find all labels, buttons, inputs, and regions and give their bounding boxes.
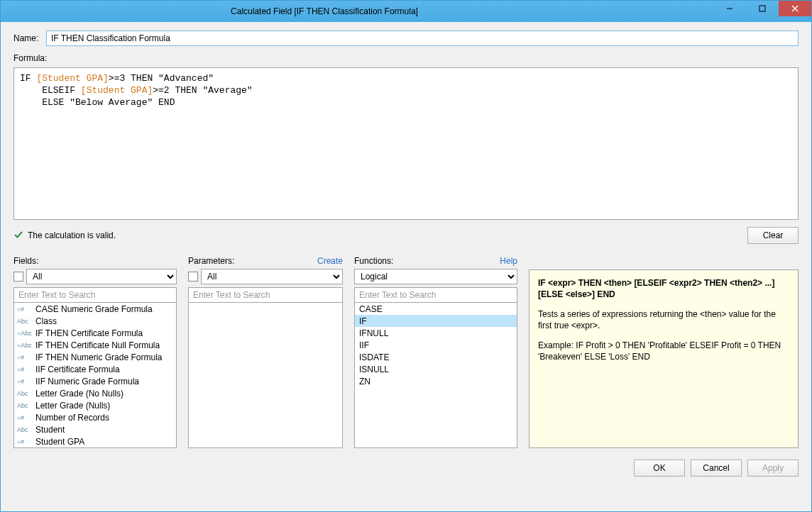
- status-row: The calculation is valid. Clear: [13, 227, 799, 244]
- functions-column: Functions: Help Logical CASEIFIFNULLIIFI…: [354, 255, 517, 448]
- parameters-list[interactable]: [188, 303, 343, 448]
- list-item[interactable]: =#IIF Certificate Formula: [14, 363, 176, 375]
- list-item-label: Number of Records: [35, 413, 109, 423]
- list-item[interactable]: =#CASE Numeric Grade Formula: [14, 303, 176, 315]
- close-button[interactable]: [779, 1, 811, 16]
- dialog-content: Name: Formula: IF [Student GPA]>=3 THEN …: [1, 22, 811, 511]
- fields-filter-icon[interactable]: [13, 272, 23, 282]
- functions-header: Functions: Help: [354, 255, 517, 267]
- list-item[interactable]: =#Number of Records: [14, 411, 176, 423]
- name-label: Name:: [13, 33, 40, 43]
- list-item-label: ISDATE: [358, 352, 389, 362]
- list-item-label: IF: [358, 316, 367, 326]
- fields-column: Fields: All =#CASE Numeric Grade Formula…: [13, 255, 177, 448]
- parameters-label: Parameters:: [188, 256, 234, 266]
- field-type-icon: Abc: [17, 318, 31, 325]
- list-item-label: ZN: [358, 377, 371, 386]
- maximize-icon: [759, 5, 766, 12]
- clear-button[interactable]: Clear: [747, 227, 799, 244]
- name-row: Name:: [13, 30, 799, 46]
- columns: Fields: All =#CASE Numeric Grade Formula…: [13, 255, 799, 448]
- parameters-column: Parameters: Create All: [188, 255, 343, 448]
- list-item-label: Student GPA: [35, 437, 84, 447]
- list-item-label: Class: [35, 316, 57, 326]
- parameters-create-link[interactable]: Create: [317, 256, 343, 266]
- name-input[interactable]: [46, 30, 799, 46]
- parameters-filter-icon[interactable]: [188, 272, 198, 282]
- help-example: Example: IF Profit > 0 THEN 'Profitable'…: [538, 340, 789, 362]
- functions-select[interactable]: Logical: [354, 269, 517, 284]
- field-type-icon: =#: [17, 438, 31, 445]
- list-item-label: Letter Grade (No Nulls): [35, 389, 124, 399]
- fields-select[interactable]: All: [26, 269, 177, 284]
- dialog-footer: OK Cancel Apply: [13, 452, 799, 477]
- list-item-label: ISNULL: [358, 364, 389, 374]
- fields-list[interactable]: =#CASE Numeric Grade FormulaAbcClass=Abc…: [13, 303, 177, 448]
- field-type-icon: Abc: [17, 390, 31, 397]
- fields-search[interactable]: [13, 287, 177, 303]
- dialog-window: Calculated Field [IF THEN Classification…: [0, 0, 812, 512]
- functions-select-row: Logical: [354, 269, 517, 284]
- checkmark-icon: [13, 230, 23, 242]
- list-item[interactable]: IF: [355, 315, 517, 327]
- svg-rect-1: [759, 6, 765, 11]
- field-type-icon: =#: [17, 414, 31, 421]
- fields-select-row: All: [13, 269, 177, 284]
- list-item[interactable]: =#Student GPA: [14, 435, 176, 447]
- cancel-button[interactable]: Cancel: [691, 460, 742, 477]
- list-item[interactable]: =#IF THEN Numeric Grade Formula: [14, 351, 176, 363]
- functions-help-link[interactable]: Help: [500, 256, 517, 266]
- field-type-icon: =#: [17, 366, 31, 373]
- list-item[interactable]: IFNULL: [355, 327, 517, 339]
- functions-search[interactable]: [354, 287, 517, 303]
- list-item-label: IIF Certificate Formula: [35, 364, 120, 374]
- formula-label: Formula:: [13, 53, 799, 63]
- list-item-label: IIF: [358, 340, 369, 350]
- list-item-label: CASE Numeric Grade Formula: [35, 304, 153, 314]
- list-item[interactable]: =#IIF Numeric Grade Formula: [14, 375, 176, 387]
- list-item[interactable]: ISNULL: [355, 363, 517, 375]
- list-item-label: IF THEN Numeric Grade Formula: [35, 352, 162, 362]
- functions-label: Functions:: [354, 256, 393, 266]
- close-icon: [791, 5, 799, 12]
- help-panel: IF <expr> THEN <then> [ELSEIF <expr2> TH…: [529, 269, 799, 448]
- parameters-select[interactable]: All: [201, 269, 343, 284]
- field-type-icon: Abc: [17, 426, 31, 433]
- formula-editor[interactable]: IF [Student GPA]>=3 THEN "Advanced" ELSE…: [13, 67, 799, 220]
- field-type-icon: =Abc: [17, 342, 31, 349]
- list-item-label: Student: [35, 425, 65, 435]
- list-item[interactable]: AbcLetter Grade (Nulls): [14, 399, 176, 411]
- list-item-label: IF THEN Certificate Null Formula: [35, 340, 160, 350]
- list-item[interactable]: CASE: [355, 303, 517, 315]
- list-item-label: IIF Numeric Grade Formula: [35, 377, 139, 386]
- list-item[interactable]: =AbcIF THEN Certificate Formula: [14, 327, 176, 339]
- functions-list[interactable]: CASEIFIFNULLIIFISDATEISNULLZN: [354, 303, 517, 448]
- list-item[interactable]: AbcStudent: [14, 423, 176, 435]
- list-item-label: CASE: [358, 304, 383, 314]
- window-title: Calculated Field [IF THEN Classification…: [6, 6, 713, 16]
- maximize-button[interactable]: [746, 1, 779, 16]
- list-item[interactable]: =AbcIF THEN Certificate Null Formula: [14, 339, 176, 351]
- list-item[interactable]: AbcClass: [14, 315, 176, 327]
- status-left: The calculation is valid.: [13, 230, 747, 242]
- apply-button[interactable]: Apply: [747, 460, 799, 477]
- parameters-header: Parameters: Create: [188, 255, 343, 267]
- field-type-icon: =#: [17, 354, 31, 361]
- help-syntax: IF <expr> THEN <then> [ELSEIF <expr2> TH…: [538, 277, 789, 300]
- list-item[interactable]: AbcLetter Grade (No Nulls): [14, 387, 176, 399]
- status-text: The calculation is valid.: [28, 230, 116, 240]
- minimize-button[interactable]: [713, 1, 746, 16]
- parameters-select-row: All: [188, 269, 343, 284]
- list-item-label: IFNULL: [358, 328, 388, 338]
- list-item[interactable]: ISDATE: [355, 351, 517, 363]
- parameters-search[interactable]: [188, 287, 343, 303]
- field-type-icon: =#: [17, 378, 31, 385]
- list-item[interactable]: ZN: [355, 375, 517, 387]
- fields-label: Fields:: [13, 256, 38, 266]
- field-type-icon: =#: [17, 306, 31, 313]
- ok-button[interactable]: OK: [634, 460, 685, 477]
- list-item-label: Letter Grade (Nulls): [35, 401, 110, 411]
- fields-header: Fields:: [13, 255, 177, 267]
- titlebar: Calculated Field [IF THEN Classification…: [1, 1, 811, 22]
- list-item[interactable]: IIF: [355, 339, 517, 351]
